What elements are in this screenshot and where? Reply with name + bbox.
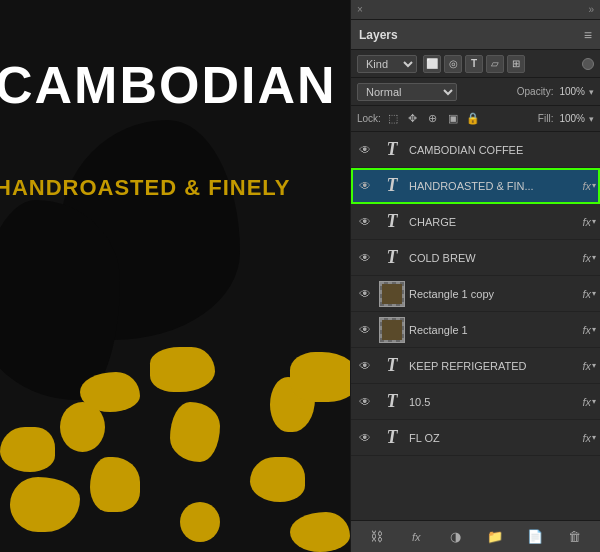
rect-type-thumbnail (379, 281, 405, 307)
lock-icons: ⬚ ✥ ⊕ ▣ 🔒 (385, 111, 481, 127)
layers-panel: × » Layers ≡ Kind ⬜ ◎ T ▱ ⊞ Normal Multi… (350, 0, 600, 552)
folder-button[interactable]: 📁 (484, 526, 506, 548)
layer-name-label: HANDROASTED & FIN... (409, 180, 578, 192)
new-layer-button[interactable]: 📄 (524, 526, 546, 548)
eye-visibility-icon[interactable]: 👁 (355, 284, 375, 304)
layer-row[interactable]: 👁TCAMBODIAN COFFEE (351, 132, 600, 168)
layer-row[interactable]: 👁Rectangle 1 copyfx ▾ (351, 276, 600, 312)
panel-collapse-right[interactable]: » (588, 4, 594, 15)
fill-arrow[interactable]: ▾ (589, 114, 594, 124)
filter-adjust-icon[interactable]: ◎ (444, 55, 462, 73)
layer-thumbnail (379, 281, 405, 307)
eye-visibility-icon[interactable]: 👁 (355, 428, 375, 448)
fx-badge[interactable]: fx ▾ (582, 432, 596, 444)
panel-header: Layers ≡ (351, 20, 600, 50)
fill-value: 100% (559, 113, 585, 124)
layer-name-label: CAMBODIAN COFFEE (409, 144, 596, 156)
fx-badge[interactable]: fx ▾ (582, 288, 596, 300)
text-type-icon: T (387, 391, 398, 412)
canvas-area: CAMBODIAN HANDROASTED & FINELY (0, 0, 350, 552)
filter-shape-icon[interactable]: ▱ (486, 55, 504, 73)
lock-transparent-btn[interactable]: ⬚ (385, 111, 401, 127)
layer-thumbnail: T (379, 389, 405, 415)
layer-thumbnail: T (379, 425, 405, 451)
gold-spots (0, 332, 350, 552)
layer-row[interactable]: 👁Rectangle 1fx ▾ (351, 312, 600, 348)
filter-icons: ⬜ ◎ T ▱ ⊞ (423, 55, 525, 73)
layer-row[interactable]: 👁T10.5fx ▾ (351, 384, 600, 420)
eye-visibility-icon[interactable]: 👁 (355, 356, 375, 376)
layer-thumbnail: T (379, 353, 405, 379)
layer-name-label: Rectangle 1 (409, 324, 578, 336)
eye-visibility-icon[interactable]: 👁 (355, 248, 375, 268)
layer-thumbnail: T (379, 173, 405, 199)
panel-top-controls: × » (351, 0, 600, 20)
lock-row: Lock: ⬚ ✥ ⊕ ▣ 🔒 Fill: 100% ▾ (351, 106, 600, 132)
opacity-arrow[interactable]: ▾ (589, 87, 594, 97)
fx-badge[interactable]: fx ▾ (582, 180, 596, 192)
eye-visibility-icon[interactable]: 👁 (355, 140, 375, 160)
layer-thumbnail: T (379, 137, 405, 163)
kind-select[interactable]: Kind (357, 55, 417, 73)
opacity-label: Opacity: (517, 86, 554, 97)
lock-position-btn[interactable]: ⊕ (425, 111, 441, 127)
fx-badge[interactable]: fx ▾ (582, 252, 596, 264)
text-type-icon: T (387, 211, 398, 232)
layer-name-label: Rectangle 1 copy (409, 288, 578, 300)
layer-row[interactable]: 👁TCHARGEfx ▾ (351, 204, 600, 240)
lock-label: Lock: (357, 113, 381, 124)
eye-visibility-icon[interactable]: 👁 (355, 176, 375, 196)
layer-row[interactable]: 👁TKEEP REFRIGERATEDfx ▾ (351, 348, 600, 384)
adjustment-button[interactable]: ◑ (445, 526, 467, 548)
fx-button[interactable]: fx (405, 526, 427, 548)
layer-name-label: KEEP REFRIGERATED (409, 360, 578, 372)
eye-visibility-icon[interactable]: 👁 (355, 212, 375, 232)
layer-name-label: COLD BREW (409, 252, 578, 264)
canvas-title: CAMBODIAN (0, 55, 337, 115)
layer-row[interactable]: 👁THANDROASTED & FIN...fx ▾ (351, 168, 600, 204)
layer-name-label: FL OZ (409, 432, 578, 444)
delete-layer-button[interactable]: 🗑 (563, 526, 585, 548)
layer-row[interactable]: 👁TCOLD BREWfx ▾ (351, 240, 600, 276)
blend-mode-select[interactable]: Normal Multiply Screen Overlay (357, 83, 457, 101)
filter-pixel-icon[interactable]: ⬜ (423, 55, 441, 73)
text-type-icon: T (387, 355, 398, 376)
layer-thumbnail: T (379, 209, 405, 235)
text-type-icon: T (387, 175, 398, 196)
panel-menu-button[interactable]: ≡ (584, 27, 592, 43)
layer-name-label: CHARGE (409, 216, 578, 228)
link-button[interactable]: ⛓ (366, 526, 388, 548)
layer-name-label: 10.5 (409, 396, 578, 408)
eye-visibility-icon[interactable]: 👁 (355, 392, 375, 412)
layer-thumbnail: T (379, 245, 405, 271)
fx-badge[interactable]: fx ▾ (582, 396, 596, 408)
panel-collapse-left[interactable]: × (357, 4, 363, 15)
text-type-icon: T (387, 139, 398, 160)
fx-badge[interactable]: fx ▾ (582, 216, 596, 228)
eye-visibility-icon[interactable]: 👁 (355, 320, 375, 340)
filter-text-icon[interactable]: T (465, 55, 483, 73)
lock-all-btn[interactable]: 🔒 (465, 111, 481, 127)
blend-row: Normal Multiply Screen Overlay Opacity: … (351, 78, 600, 106)
layers-list[interactable]: 👁TCAMBODIAN COFFEE👁THANDROASTED & FIN...… (351, 132, 600, 520)
fill-label: Fill: (538, 113, 554, 124)
panel-footer: ⛓ fx ◑ 📁 📄 🗑 (351, 520, 600, 552)
text-type-icon: T (387, 427, 398, 448)
rect-type-thumbnail (379, 317, 405, 343)
panel-title: Layers (359, 28, 398, 42)
canvas-subtitle: HANDROASTED & FINELY (0, 175, 290, 201)
fx-badge[interactable]: fx ▾ (582, 324, 596, 336)
filter-toggle[interactable] (582, 58, 594, 70)
lock-artboard-btn[interactable]: ▣ (445, 111, 461, 127)
fx-badge[interactable]: fx ▾ (582, 360, 596, 372)
filter-row: Kind ⬜ ◎ T ▱ ⊞ (351, 50, 600, 78)
opacity-value: 100% (559, 86, 585, 97)
text-type-icon: T (387, 247, 398, 268)
filter-smart-icon[interactable]: ⊞ (507, 55, 525, 73)
layer-thumbnail (379, 317, 405, 343)
lock-pixel-btn[interactable]: ✥ (405, 111, 421, 127)
layer-row[interactable]: 👁TFL OZfx ▾ (351, 420, 600, 456)
